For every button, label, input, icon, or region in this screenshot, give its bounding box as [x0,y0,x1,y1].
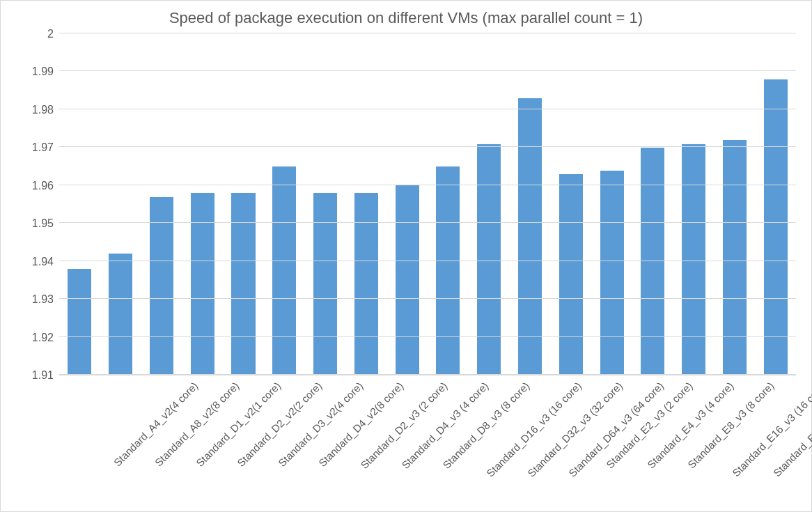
gridline [59,70,796,71]
x-label-slot: Standard_D4_v2(8 core) [264,375,305,501]
gridline [59,298,796,299]
x-label-slot: Standard_E64_v3 (64 core) [755,375,796,501]
bar [191,193,214,375]
gridline [59,261,796,261]
x-label-slot: Standard_E8_v3 (8 core) [632,375,673,501]
x-label-slot: Standard_E16_v3 (16 core) [673,375,715,501]
y-axis: 1.911.921.931.941.951.961.971.981.992 [16,34,59,375]
x-label-slot: Standard_D64_v3 (64 core) [510,375,551,501]
y-tick-label: 1.96 [32,180,54,192]
bar [396,185,419,375]
plot-area [59,34,796,375]
bar-slot [673,34,715,375]
x-axis-wrap: Standard_A4_v2(4 core)Standard_A8_v2(8 c… [16,375,796,501]
x-axis-labels: Standard_A4_v2(4 core)Standard_A8_v2(8 c… [59,375,796,501]
bars-layer [59,34,796,375]
x-label-slot: Standard_D3_v2(4 core) [223,375,264,501]
bar-slot [632,34,673,375]
x-axis-spacer [16,375,59,501]
y-tick-label: 1.95 [32,217,54,230]
x-label-slot: Standard_E4_v3 (4 core) [591,375,632,501]
gridline [59,146,796,147]
x-label-slot: Standard_E32_v3 (32 core) [715,375,756,501]
x-label-slot: Standard_E2_v3 (2 core) [550,375,591,501]
bar-slot [591,34,632,375]
bar-slot [141,34,182,375]
gridline [59,336,796,337]
bar-slot [345,34,387,375]
bar-slot [469,34,510,375]
y-tick-label: 1.93 [32,293,54,306]
bar-slot [387,34,428,375]
gridline [59,33,796,33]
y-tick-label: 1.98 [32,104,54,116]
x-label-slot: Standard_D4_v3 (4 core) [345,375,387,501]
chart-container: Speed of package execution on different … [0,0,812,512]
bar-slot [223,34,264,375]
bar [109,254,132,375]
bar-slot [510,34,551,375]
bar-slot [100,34,141,375]
bar-slot [715,34,756,375]
bar [477,144,501,375]
bar-slot [59,34,100,375]
gridline [59,109,796,109]
bar [682,144,705,375]
y-tick-label: 2 [47,28,54,40]
bar-slot [755,34,796,375]
y-tick-label: 1.99 [32,65,54,78]
bar [723,140,747,375]
bar [559,174,583,375]
bar [313,193,337,375]
x-label-slot: Standard_A8_v2(8 core) [100,375,141,501]
x-label-slot: Standard_A4_v2(4 core) [59,375,100,501]
plot-wrap: 1.911.921.931.941.951.961.971.981.992 [16,34,796,375]
bar [436,166,460,375]
bar [150,197,173,375]
x-label-slot: Standard_D2_v3 (2 core) [305,375,346,501]
bar [231,193,255,375]
gridline [59,222,796,223]
x-label-slot: Standard_D32_v3 (32 core) [469,375,510,501]
y-tick-label: 1.94 [32,256,54,268]
x-label-slot: Standard_D16_v3 (16 core) [428,375,469,501]
bar [764,79,788,375]
y-tick-label: 1.92 [32,332,54,344]
x-label-slot: Standard_D2_v2(2 core) [182,375,223,501]
bar [518,98,542,375]
bar-slot [182,34,223,375]
gridline [59,374,796,375]
bar [600,171,624,375]
bar [68,269,91,375]
chart-title: Speed of package execution on different … [16,9,796,27]
bar [354,193,378,375]
bar-slot [305,34,346,375]
x-label-slot: Standard_D8_v3 (8 core) [387,375,428,501]
bar-slot [264,34,305,375]
bar [641,148,664,375]
y-tick-label: 1.97 [32,141,54,154]
y-tick-label: 1.91 [32,369,54,382]
bar [272,166,296,375]
bar-slot [428,34,469,375]
bar-slot [550,34,591,375]
gridline [59,185,796,185]
x-label-slot: Standard_D1_v2(1 core) [141,375,182,501]
